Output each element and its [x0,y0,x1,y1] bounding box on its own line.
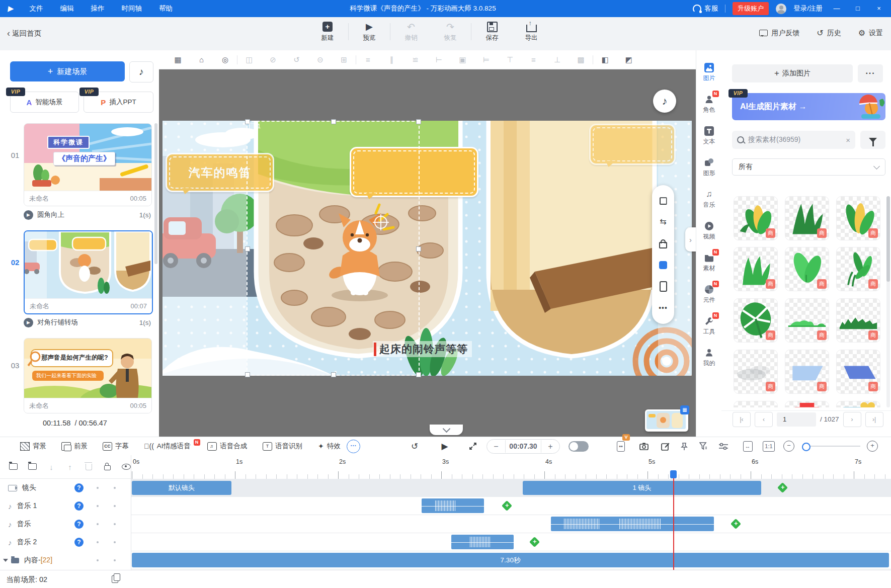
subtitle-button[interactable]: CC字幕 [103,437,129,455]
scene-music-button[interactable]: ♪ [129,61,153,82]
pin-button[interactable] [675,437,693,455]
add-audio-icon[interactable] [529,537,540,547]
menu-timeline[interactable]: 时间轴 [113,0,151,17]
save-button[interactable]: 保存 [472,21,512,42]
resize-handle-sw[interactable] [245,372,250,377]
tab-materials[interactable]: N 素材 [696,249,722,278]
align-box-icon[interactable]: ▣ [451,55,474,64]
track-option-dot[interactable] [114,559,116,561]
search-input[interactable]: 搜索素材(36959) × [732,131,855,149]
track-option-dot[interactable] [97,559,99,561]
delete-track-icon[interactable] [85,462,93,472]
asset-blank[interactable]: 商 [734,401,778,407]
align-bottom-icon[interactable]: ⊥ [545,55,569,64]
maximize-button[interactable]: □ [851,0,865,17]
menu-help[interactable]: 帮助 [150,0,181,17]
track-header-music1[interactable]: ♪ 音乐 1 ? [0,497,131,515]
collapse-canvas-button[interactable] [430,425,463,435]
audio-clip[interactable] [451,535,514,549]
stage[interactable]: 汽车的鸣笛 起床的闹铃声等等 1 [163,121,692,376]
snapshot-button[interactable] [635,437,653,455]
tab-text[interactable]: 文本 [696,123,722,151]
align-center-h-icon[interactable]: ∥ [380,55,403,64]
help-icon[interactable]: ? [74,501,84,511]
sidebar-scrollbar[interactable] [154,123,157,264]
auto-play-toggle[interactable] [569,441,589,452]
help-icon[interactable]: ? [74,538,84,547]
timeline-ruler[interactable]: 0s 1s 2s 3s 4s 5s 6s 7s [131,455,891,479]
track-option-dot[interactable] [114,523,116,525]
fx-more-button[interactable]: ··· [347,437,360,455]
asset-low-bushes[interactable]: 商 [785,298,829,343]
delete-icon[interactable]: ⊝ [308,55,332,64]
tab-shapes[interactable]: 图形 [696,154,722,183]
canvas-area[interactable]: ▦ ⌂ ◎ ◫ ⊘ ↺ ⊝ ⊞ ≡ ∥ ≌ ⊢ ▣ ⊨ ⊤ ≡ ⊥ ▩ ◧ ◩ [159,50,696,437]
storyboard-icon[interactable]: ▦ [166,55,190,64]
track-option-dot[interactable] [97,487,99,489]
back-home-button[interactable]: ‹返回首页 [7,28,41,39]
last-page-button[interactable]: ›| [865,412,883,427]
distribute-h-icon[interactable]: ⊢ [427,55,451,64]
current-time[interactable]: 00:07.30 [505,440,541,453]
asset-monstera-leaf[interactable]: 商 [734,298,778,343]
music2-track-lane[interactable] [131,533,891,551]
visibility-icon[interactable] [122,463,131,471]
settings-button[interactable]: ⚙设置 [858,28,883,38]
zoom-in-button[interactable]: + [864,437,880,455]
clip-camera-1[interactable]: 1 镜头 [523,481,761,495]
login-register-button[interactable]: 登录/注册 [793,4,823,13]
asset-blue-parallelogram[interactable]: 商 [836,350,880,394]
mini-preview-flag-icon[interactable]: ▦ [680,405,689,414]
preview-button[interactable]: ▶预览 [350,21,389,42]
first-page-button[interactable]: |‹ [733,412,751,427]
transition-row-2[interactable]: ▶ 对角行铺转场 1(s) [24,316,151,329]
same-size-icon[interactable]: ▩ [569,55,593,64]
asset-gray-smudge[interactable]: 商 [734,350,778,394]
asset-grass-hill[interactable]: 商 [836,298,880,343]
distribute-v-icon[interactable]: ⊨ [474,55,498,64]
menu-edit[interactable]: 编辑 [52,0,83,17]
add-keyframe-icon[interactable] [777,482,788,493]
align-left-icon[interactable]: ≡ [356,55,380,64]
rotate-icon[interactable]: ↺ [285,55,308,64]
track-option-dot[interactable] [97,505,99,507]
menu-file[interactable]: 文件 [21,0,52,17]
more-circle-icon[interactable]: ◎ [213,55,237,64]
support-button[interactable]: 客服 [693,4,718,13]
scene-music-badge[interactable]: ♪ [653,90,676,113]
align-top-icon[interactable]: ⊤ [498,55,522,64]
collapse-triangle-icon[interactable] [3,559,8,564]
play-button[interactable]: ▶ [436,437,454,455]
track-header-music[interactable]: ♪ 音乐 ? [0,515,131,533]
tab-widgets[interactable]: N 元件 [696,281,722,309]
edit-note-button[interactable] [656,437,674,455]
move-up-icon[interactable]: ↑ [66,463,74,471]
element-anchor-crosshair[interactable] [374,216,387,229]
duplicate-icon[interactable]: ◩ [617,55,640,64]
track-settings-button[interactable] [714,437,733,455]
track-option-dot[interactable] [97,523,99,525]
close-button[interactable]: × [872,0,886,17]
track-option-dot[interactable] [114,487,116,489]
more-icon[interactable]: ••• [659,304,668,312]
copy-scene-icon[interactable] [112,575,118,583]
asset-gift-box[interactable]: 商 [836,401,880,407]
resize-handle-ne[interactable] [416,119,421,124]
new-group-icon[interactable] [28,463,37,471]
move-down-icon[interactable]: ↓ [47,463,55,471]
tts-button[interactable]: ♬语音合成 [207,437,247,455]
resize-handle-se[interactable] [416,372,421,377]
asset-grass-clump[interactable]: 商 [734,247,778,291]
resize-handle-w[interactable] [245,246,250,251]
track-header-camera[interactable]: 镜头 ? [0,479,131,497]
filter-button[interactable] [860,131,885,149]
restart-button[interactable]: ↺ [406,437,424,455]
zoom-out-button[interactable]: − [781,437,797,455]
new-scene-button[interactable]: +新建场景 [10,61,125,81]
group-icon[interactable]: ⊞ [332,55,356,64]
selection-box[interactable] [247,121,420,376]
clip-default-camera[interactable]: 默认镜头 [132,481,231,495]
tab-tools[interactable]: N 工具 [696,313,722,341]
fullscreen-button[interactable] [464,437,482,455]
time-decrease-button[interactable]: − [487,442,505,451]
